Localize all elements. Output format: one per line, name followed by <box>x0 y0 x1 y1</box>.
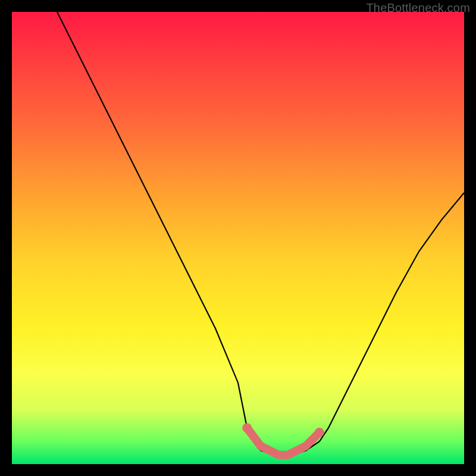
curve-layer <box>12 12 464 464</box>
bottleneck-curve <box>57 12 464 455</box>
marker-dot-right <box>315 428 324 437</box>
plot-area <box>12 12 464 464</box>
chart-frame: TheBottleneck.com <box>0 0 476 476</box>
watermark-text: TheBottleneck.com <box>366 1 470 15</box>
bottleneck-markers <box>247 428 320 455</box>
marker-dot-left <box>242 423 252 433</box>
